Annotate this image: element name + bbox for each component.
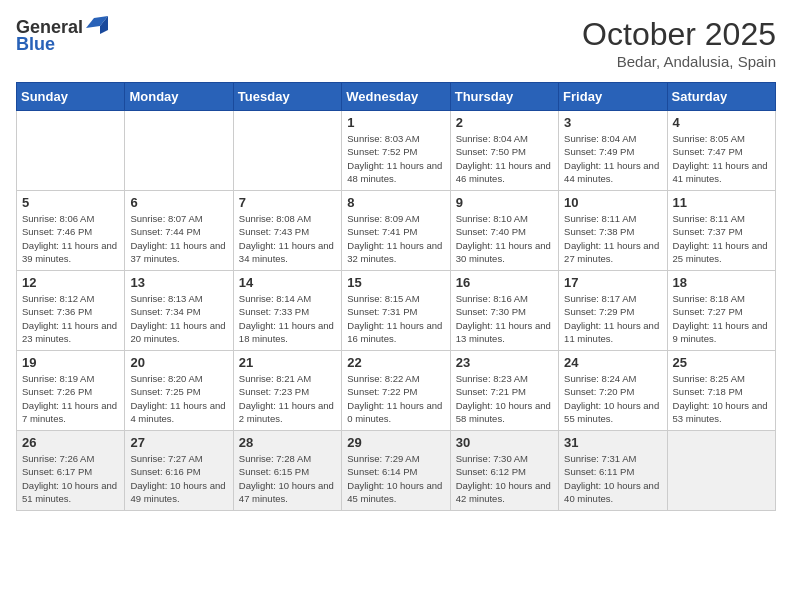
calendar-cell: 26Sunrise: 7:26 AM Sunset: 6:17 PM Dayli… xyxy=(17,431,125,511)
calendar-cell: 5Sunrise: 8:06 AM Sunset: 7:46 PM Daylig… xyxy=(17,191,125,271)
calendar-cell: 15Sunrise: 8:15 AM Sunset: 7:31 PM Dayli… xyxy=(342,271,450,351)
day-info: Sunrise: 8:05 AM Sunset: 7:47 PM Dayligh… xyxy=(673,132,770,185)
day-number: 11 xyxy=(673,195,770,210)
calendar-cell: 25Sunrise: 8:25 AM Sunset: 7:18 PM Dayli… xyxy=(667,351,775,431)
column-header-thursday: Thursday xyxy=(450,83,558,111)
day-number: 2 xyxy=(456,115,553,130)
calendar-week-row: 26Sunrise: 7:26 AM Sunset: 6:17 PM Dayli… xyxy=(17,431,776,511)
calendar-cell xyxy=(17,111,125,191)
header: General Blue October 2025 Bedar, Andalus… xyxy=(16,16,776,70)
day-info: Sunrise: 7:27 AM Sunset: 6:16 PM Dayligh… xyxy=(130,452,227,505)
logo-bird-icon xyxy=(86,16,108,34)
day-info: Sunrise: 8:20 AM Sunset: 7:25 PM Dayligh… xyxy=(130,372,227,425)
day-number: 30 xyxy=(456,435,553,450)
day-number: 5 xyxy=(22,195,119,210)
calendar-cell: 21Sunrise: 8:21 AM Sunset: 7:23 PM Dayli… xyxy=(233,351,341,431)
day-number: 16 xyxy=(456,275,553,290)
day-number: 24 xyxy=(564,355,661,370)
calendar-cell: 7Sunrise: 8:08 AM Sunset: 7:43 PM Daylig… xyxy=(233,191,341,271)
day-number: 28 xyxy=(239,435,336,450)
day-info: Sunrise: 8:04 AM Sunset: 7:50 PM Dayligh… xyxy=(456,132,553,185)
day-number: 21 xyxy=(239,355,336,370)
day-info: Sunrise: 8:07 AM Sunset: 7:44 PM Dayligh… xyxy=(130,212,227,265)
day-info: Sunrise: 8:17 AM Sunset: 7:29 PM Dayligh… xyxy=(564,292,661,345)
day-info: Sunrise: 7:31 AM Sunset: 6:11 PM Dayligh… xyxy=(564,452,661,505)
column-header-saturday: Saturday xyxy=(667,83,775,111)
calendar-cell: 6Sunrise: 8:07 AM Sunset: 7:44 PM Daylig… xyxy=(125,191,233,271)
day-number: 3 xyxy=(564,115,661,130)
day-info: Sunrise: 8:13 AM Sunset: 7:34 PM Dayligh… xyxy=(130,292,227,345)
calendar-cell: 23Sunrise: 8:23 AM Sunset: 7:21 PM Dayli… xyxy=(450,351,558,431)
calendar-cell: 22Sunrise: 8:22 AM Sunset: 7:22 PM Dayli… xyxy=(342,351,450,431)
calendar-cell: 2Sunrise: 8:04 AM Sunset: 7:50 PM Daylig… xyxy=(450,111,558,191)
day-number: 31 xyxy=(564,435,661,450)
calendar-cell: 9Sunrise: 8:10 AM Sunset: 7:40 PM Daylig… xyxy=(450,191,558,271)
day-info: Sunrise: 8:19 AM Sunset: 7:26 PM Dayligh… xyxy=(22,372,119,425)
day-info: Sunrise: 8:16 AM Sunset: 7:30 PM Dayligh… xyxy=(456,292,553,345)
day-number: 17 xyxy=(564,275,661,290)
day-info: Sunrise: 8:11 AM Sunset: 7:38 PM Dayligh… xyxy=(564,212,661,265)
calendar-cell: 20Sunrise: 8:20 AM Sunset: 7:25 PM Dayli… xyxy=(125,351,233,431)
calendar-cell: 11Sunrise: 8:11 AM Sunset: 7:37 PM Dayli… xyxy=(667,191,775,271)
calendar-cell: 17Sunrise: 8:17 AM Sunset: 7:29 PM Dayli… xyxy=(559,271,667,351)
day-number: 22 xyxy=(347,355,444,370)
calendar-cell: 29Sunrise: 7:29 AM Sunset: 6:14 PM Dayli… xyxy=(342,431,450,511)
calendar-cell xyxy=(125,111,233,191)
calendar-week-row: 12Sunrise: 8:12 AM Sunset: 7:36 PM Dayli… xyxy=(17,271,776,351)
calendar-week-row: 5Sunrise: 8:06 AM Sunset: 7:46 PM Daylig… xyxy=(17,191,776,271)
calendar-cell: 24Sunrise: 8:24 AM Sunset: 7:20 PM Dayli… xyxy=(559,351,667,431)
day-info: Sunrise: 8:06 AM Sunset: 7:46 PM Dayligh… xyxy=(22,212,119,265)
calendar-table: SundayMondayTuesdayWednesdayThursdayFrid… xyxy=(16,82,776,511)
column-header-wednesday: Wednesday xyxy=(342,83,450,111)
day-info: Sunrise: 8:24 AM Sunset: 7:20 PM Dayligh… xyxy=(564,372,661,425)
day-number: 18 xyxy=(673,275,770,290)
month-title: October 2025 xyxy=(582,16,776,53)
calendar-cell: 10Sunrise: 8:11 AM Sunset: 7:38 PM Dayli… xyxy=(559,191,667,271)
day-info: Sunrise: 8:04 AM Sunset: 7:49 PM Dayligh… xyxy=(564,132,661,185)
day-number: 10 xyxy=(564,195,661,210)
day-info: Sunrise: 8:15 AM Sunset: 7:31 PM Dayligh… xyxy=(347,292,444,345)
day-number: 7 xyxy=(239,195,336,210)
day-info: Sunrise: 7:26 AM Sunset: 6:17 PM Dayligh… xyxy=(22,452,119,505)
day-info: Sunrise: 8:25 AM Sunset: 7:18 PM Dayligh… xyxy=(673,372,770,425)
calendar-cell xyxy=(233,111,341,191)
day-number: 6 xyxy=(130,195,227,210)
logo: General Blue xyxy=(16,16,108,55)
calendar-cell: 13Sunrise: 8:13 AM Sunset: 7:34 PM Dayli… xyxy=(125,271,233,351)
day-info: Sunrise: 8:09 AM Sunset: 7:41 PM Dayligh… xyxy=(347,212,444,265)
calendar-cell: 18Sunrise: 8:18 AM Sunset: 7:27 PM Dayli… xyxy=(667,271,775,351)
calendar-cell: 16Sunrise: 8:16 AM Sunset: 7:30 PM Dayli… xyxy=(450,271,558,351)
day-info: Sunrise: 8:23 AM Sunset: 7:21 PM Dayligh… xyxy=(456,372,553,425)
day-number: 12 xyxy=(22,275,119,290)
calendar-cell: 31Sunrise: 7:31 AM Sunset: 6:11 PM Dayli… xyxy=(559,431,667,511)
day-number: 9 xyxy=(456,195,553,210)
calendar-cell: 4Sunrise: 8:05 AM Sunset: 7:47 PM Daylig… xyxy=(667,111,775,191)
day-number: 1 xyxy=(347,115,444,130)
day-info: Sunrise: 7:30 AM Sunset: 6:12 PM Dayligh… xyxy=(456,452,553,505)
calendar-cell: 1Sunrise: 8:03 AM Sunset: 7:52 PM Daylig… xyxy=(342,111,450,191)
calendar-cell xyxy=(667,431,775,511)
calendar-cell: 14Sunrise: 8:14 AM Sunset: 7:33 PM Dayli… xyxy=(233,271,341,351)
day-number: 4 xyxy=(673,115,770,130)
day-info: Sunrise: 8:18 AM Sunset: 7:27 PM Dayligh… xyxy=(673,292,770,345)
day-info: Sunrise: 8:10 AM Sunset: 7:40 PM Dayligh… xyxy=(456,212,553,265)
day-number: 14 xyxy=(239,275,336,290)
calendar-cell: 3Sunrise: 8:04 AM Sunset: 7:49 PM Daylig… xyxy=(559,111,667,191)
column-header-friday: Friday xyxy=(559,83,667,111)
day-number: 29 xyxy=(347,435,444,450)
day-info: Sunrise: 8:08 AM Sunset: 7:43 PM Dayligh… xyxy=(239,212,336,265)
day-number: 27 xyxy=(130,435,227,450)
subtitle: Bedar, Andalusia, Spain xyxy=(582,53,776,70)
calendar-cell: 8Sunrise: 8:09 AM Sunset: 7:41 PM Daylig… xyxy=(342,191,450,271)
day-number: 23 xyxy=(456,355,553,370)
day-info: Sunrise: 7:28 AM Sunset: 6:15 PM Dayligh… xyxy=(239,452,336,505)
day-info: Sunrise: 7:29 AM Sunset: 6:14 PM Dayligh… xyxy=(347,452,444,505)
day-number: 20 xyxy=(130,355,227,370)
column-header-tuesday: Tuesday xyxy=(233,83,341,111)
column-header-sunday: Sunday xyxy=(17,83,125,111)
calendar-cell: 27Sunrise: 7:27 AM Sunset: 6:16 PM Dayli… xyxy=(125,431,233,511)
day-number: 13 xyxy=(130,275,227,290)
day-info: Sunrise: 8:11 AM Sunset: 7:37 PM Dayligh… xyxy=(673,212,770,265)
day-info: Sunrise: 8:03 AM Sunset: 7:52 PM Dayligh… xyxy=(347,132,444,185)
column-header-monday: Monday xyxy=(125,83,233,111)
